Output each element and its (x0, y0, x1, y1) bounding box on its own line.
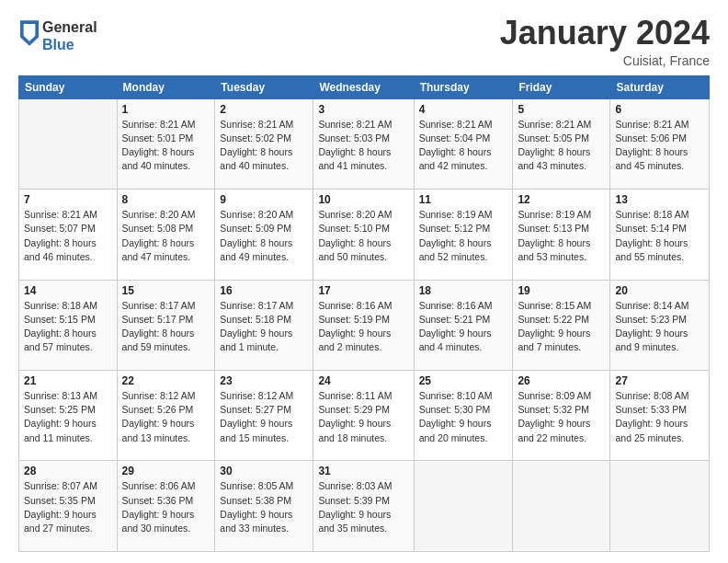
calendar-subtitle: Cuisiat, France (500, 53, 710, 68)
day-number: 12 (518, 193, 605, 206)
day-number: 17 (318, 284, 408, 297)
day-info: Sunrise: 8:07 AM Sunset: 5:35 PM Dayligh… (24, 479, 112, 535)
day-info: Sunrise: 8:21 AM Sunset: 5:07 PM Dayligh… (24, 208, 112, 264)
day-number: 1 (122, 103, 210, 116)
page: General Blue January 2024 Cuisiat, Franc… (0, 0, 728, 563)
weekday-header-tuesday: Tuesday (215, 75, 313, 98)
calendar-cell (19, 98, 118, 189)
day-number: 2 (220, 103, 308, 116)
weekday-header-row: SundayMondayTuesdayWednesdayThursdayFrid… (19, 75, 710, 98)
day-info: Sunrise: 8:19 AM Sunset: 5:12 PM Dayligh… (419, 208, 508, 264)
weekday-header-wednesday: Wednesday (313, 75, 414, 98)
calendar-cell: 5Sunrise: 8:21 AM Sunset: 5:05 PM Daylig… (513, 98, 610, 189)
day-number: 24 (318, 374, 408, 387)
day-number: 10 (318, 193, 408, 206)
day-number: 15 (122, 284, 210, 297)
day-info: Sunrise: 8:20 AM Sunset: 5:08 PM Dayligh… (122, 208, 210, 264)
day-info: Sunrise: 8:14 AM Sunset: 5:23 PM Dayligh… (615, 299, 704, 355)
day-number: 21 (24, 374, 112, 387)
day-info: Sunrise: 8:18 AM Sunset: 5:14 PM Dayligh… (615, 208, 704, 264)
day-number: 30 (220, 465, 308, 477)
day-info: Sunrise: 8:11 AM Sunset: 5:29 PM Dayligh… (318, 389, 408, 445)
header: General Blue January 2024 Cuisiat, Franc… (18, 15, 710, 68)
day-info: Sunrise: 8:17 AM Sunset: 5:18 PM Dayligh… (220, 299, 308, 355)
day-info: Sunrise: 8:10 AM Sunset: 5:30 PM Dayligh… (419, 389, 508, 445)
calendar-cell: 18Sunrise: 8:16 AM Sunset: 5:21 PM Dayli… (414, 280, 513, 370)
title-block: January 2024 Cuisiat, France (500, 15, 710, 68)
calendar-cell: 6Sunrise: 8:21 AM Sunset: 5:06 PM Daylig… (610, 98, 710, 189)
day-number: 23 (220, 374, 308, 387)
day-info: Sunrise: 8:21 AM Sunset: 5:01 PM Dayligh… (122, 118, 210, 174)
day-number: 19 (518, 284, 605, 297)
calendar-cell (513, 461, 610, 552)
logo-general: General (42, 18, 97, 36)
day-number: 22 (122, 374, 210, 387)
weekday-header-friday: Friday (513, 75, 610, 98)
calendar-cell: 10Sunrise: 8:20 AM Sunset: 5:10 PM Dayli… (313, 190, 414, 280)
day-info: Sunrise: 8:21 AM Sunset: 5:06 PM Dayligh… (615, 118, 704, 174)
day-number: 8 (122, 193, 210, 206)
day-number: 4 (419, 103, 508, 116)
day-info: Sunrise: 8:18 AM Sunset: 5:15 PM Dayligh… (24, 299, 112, 355)
day-number: 6 (615, 103, 704, 116)
day-number: 13 (615, 193, 704, 206)
day-info: Sunrise: 8:05 AM Sunset: 5:38 PM Dayligh… (220, 479, 308, 535)
day-info: Sunrise: 8:15 AM Sunset: 5:22 PM Dayligh… (518, 299, 605, 355)
day-number: 29 (122, 465, 210, 477)
calendar-cell: 1Sunrise: 8:21 AM Sunset: 5:01 PM Daylig… (117, 98, 215, 189)
calendar-cell: 9Sunrise: 8:20 AM Sunset: 5:09 PM Daylig… (215, 190, 313, 280)
calendar-cell: 13Sunrise: 8:18 AM Sunset: 5:14 PM Dayli… (610, 190, 710, 280)
calendar-cell: 19Sunrise: 8:15 AM Sunset: 5:22 PM Dayli… (513, 280, 610, 370)
day-info: Sunrise: 8:08 AM Sunset: 5:33 PM Dayligh… (615, 389, 704, 445)
calendar-cell: 23Sunrise: 8:12 AM Sunset: 5:27 PM Dayli… (215, 371, 313, 461)
day-info: Sunrise: 8:19 AM Sunset: 5:13 PM Dayligh… (518, 208, 605, 264)
calendar-cell: 17Sunrise: 8:16 AM Sunset: 5:19 PM Dayli… (313, 280, 414, 370)
day-number: 5 (518, 103, 605, 116)
calendar-cell: 15Sunrise: 8:17 AM Sunset: 5:17 PM Dayli… (117, 280, 215, 370)
calendar-cell (414, 461, 513, 552)
calendar-cell: 8Sunrise: 8:20 AM Sunset: 5:08 PM Daylig… (117, 190, 215, 280)
calendar-cell: 27Sunrise: 8:08 AM Sunset: 5:33 PM Dayli… (610, 371, 710, 461)
day-info: Sunrise: 8:16 AM Sunset: 5:21 PM Dayligh… (419, 299, 508, 355)
day-number: 9 (220, 193, 308, 206)
day-info: Sunrise: 8:12 AM Sunset: 5:27 PM Dayligh… (220, 389, 308, 445)
calendar-cell: 31Sunrise: 8:03 AM Sunset: 5:39 PM Dayli… (313, 461, 414, 552)
calendar-cell: 25Sunrise: 8:10 AM Sunset: 5:30 PM Dayli… (414, 371, 513, 461)
day-info: Sunrise: 8:21 AM Sunset: 5:04 PM Dayligh… (419, 118, 508, 174)
calendar-cell (610, 461, 710, 552)
day-number: 11 (419, 193, 508, 206)
day-info: Sunrise: 8:16 AM Sunset: 5:19 PM Dayligh… (318, 299, 408, 355)
calendar-cell: 12Sunrise: 8:19 AM Sunset: 5:13 PM Dayli… (513, 190, 610, 280)
calendar-cell: 29Sunrise: 8:06 AM Sunset: 5:36 PM Dayli… (117, 461, 215, 552)
day-info: Sunrise: 8:09 AM Sunset: 5:32 PM Dayligh… (518, 389, 605, 445)
day-number: 14 (24, 284, 112, 297)
weekday-header-saturday: Saturday (610, 75, 710, 98)
weekday-header-thursday: Thursday (414, 75, 513, 98)
logo-icon (20, 20, 39, 46)
day-info: Sunrise: 8:17 AM Sunset: 5:17 PM Dayligh… (122, 299, 210, 355)
calendar-cell: 3Sunrise: 8:21 AM Sunset: 5:03 PM Daylig… (313, 98, 414, 189)
calendar-cell: 14Sunrise: 8:18 AM Sunset: 5:15 PM Dayli… (19, 280, 118, 370)
day-number: 3 (318, 103, 408, 116)
day-info: Sunrise: 8:06 AM Sunset: 5:36 PM Dayligh… (122, 479, 210, 535)
weekday-header-monday: Monday (117, 75, 215, 98)
day-info: Sunrise: 8:20 AM Sunset: 5:10 PM Dayligh… (318, 208, 408, 264)
day-info: Sunrise: 8:13 AM Sunset: 5:25 PM Dayligh… (24, 389, 112, 445)
day-info: Sunrise: 8:21 AM Sunset: 5:02 PM Dayligh… (220, 118, 308, 174)
weekday-header-sunday: Sunday (19, 75, 118, 98)
calendar-cell: 20Sunrise: 8:14 AM Sunset: 5:23 PM Dayli… (610, 280, 710, 370)
calendar-cell: 30Sunrise: 8:05 AM Sunset: 5:38 PM Dayli… (215, 461, 313, 552)
day-number: 26 (518, 374, 605, 387)
calendar-cell: 28Sunrise: 8:07 AM Sunset: 5:35 PM Dayli… (19, 461, 118, 552)
day-number: 20 (615, 284, 704, 297)
calendar-title: January 2024 (500, 15, 710, 52)
calendar-cell: 4Sunrise: 8:21 AM Sunset: 5:04 PM Daylig… (414, 98, 513, 189)
calendar-cell: 24Sunrise: 8:11 AM Sunset: 5:29 PM Dayli… (313, 371, 414, 461)
day-number: 16 (220, 284, 308, 297)
day-number: 31 (318, 465, 408, 477)
calendar-table: SundayMondayTuesdayWednesdayThursdayFrid… (18, 75, 710, 552)
day-info: Sunrise: 8:12 AM Sunset: 5:26 PM Dayligh… (122, 389, 210, 445)
day-number: 7 (24, 193, 112, 206)
day-info: Sunrise: 8:21 AM Sunset: 5:03 PM Dayligh… (318, 118, 408, 174)
calendar-cell: 11Sunrise: 8:19 AM Sunset: 5:12 PM Dayli… (414, 190, 513, 280)
